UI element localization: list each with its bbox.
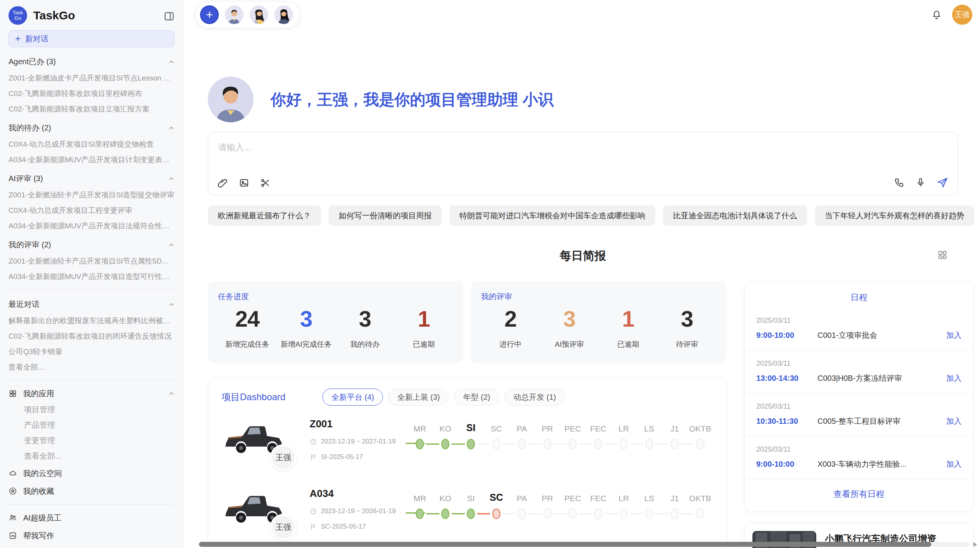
project-dates: 2023-12-19 ~ 2026-01-19 — [321, 507, 396, 515]
sidebar-item-change-mgmt[interactable]: 变更管理 — [9, 436, 175, 445]
new-chat-button[interactable]: + 新对话 — [9, 30, 175, 47]
list-item[interactable]: 公司Q3轻卡销量 — [9, 348, 175, 356]
milestone-node-todo — [671, 509, 679, 519]
section-header-my-review[interactable]: 我的评审 (2) — [9, 240, 175, 250]
list-item[interactable]: 解释最新出台的欧盟报废车法规再生塑料比例被调至15%... — [9, 317, 175, 325]
tab-powertrain[interactable]: 动总开发 (1) — [504, 389, 565, 406]
suggestion-chip[interactable]: 特朗普可能对进口汽车增税会对中国车企造成哪些影响 — [449, 206, 655, 226]
schedule-name: C003|H0B-方案冻结评审 — [817, 373, 946, 384]
avatar[interactable] — [225, 5, 243, 24]
list-item[interactable]: C0X4-动力总成开发项目SI里程碑提交物检查 — [9, 140, 175, 149]
suggestion-chip[interactable]: 比亚迪全固态电池计划具体说了什么 — [663, 206, 807, 226]
clock-icon — [310, 508, 317, 515]
milestone: OKTB — [687, 418, 713, 449]
list-item[interactable]: C02-飞腾新能源轻客改款项目里程碑画布 — [9, 89, 175, 98]
suggestion-chip[interactable]: 如何写一份清晰的项目周报 — [329, 206, 442, 226]
notification-bell-icon[interactable] — [931, 9, 942, 20]
image-icon[interactable] — [239, 178, 249, 188]
scrollbar-right-arrow-icon[interactable] — [973, 542, 977, 547]
sidebar-item-product-mgmt[interactable]: 产品管理 — [9, 421, 175, 429]
user-avatar[interactable]: 王强 — [952, 5, 972, 25]
suggestion-chip[interactable]: 欧洲新规最近颁布了什么？ — [208, 206, 321, 226]
stat-review-overdue: 1 已逾期 — [599, 306, 658, 349]
schedule-time: 10:30-11:30 — [756, 417, 817, 426]
milestone-node-todo — [645, 509, 653, 519]
project-name: Z001 — [310, 418, 407, 430]
list-item[interactable]: Z001-全新燃油皮卡产品开发项目SI节点Lesson Learn报告 — [9, 74, 175, 82]
suggestion-chip[interactable]: 当下年轻人对汽车外观有怎样的喜好趋势 — [815, 206, 974, 226]
chat-input[interactable] — [218, 142, 947, 152]
layout-grid-icon[interactable] — [937, 250, 948, 260]
sidebar-item-cloud-space[interactable]: 我的云空间 — [9, 469, 175, 478]
section-header-my-todo[interactable]: 我的待办 (2) — [9, 123, 175, 133]
milestone-node-todo — [594, 509, 602, 519]
view-all-chats[interactable]: 查看全部... — [9, 363, 175, 372]
milestone-node-todo — [492, 439, 500, 449]
project-name: A034 — [310, 488, 407, 500]
sidebar-item-ai-employee[interactable]: AI超级员工 — [9, 513, 175, 522]
view-all-apps[interactable]: 查看全部... — [9, 452, 175, 460]
milestone-node-todo — [620, 509, 628, 519]
avatar[interactable] — [250, 5, 268, 24]
sidebar-item-write-helper[interactable]: 帮我写作 — [9, 531, 175, 540]
assistant-switcher: + — [195, 1, 300, 28]
list-item[interactable]: Z001-全新燃油轻卡产品开发项目SI节点属性5D文件评审 — [9, 257, 175, 265]
scissors-icon[interactable] — [260, 178, 271, 188]
project-info: Z001 2023-12-19 ~ 2027-01-19 SI-2025-05-… — [310, 417, 407, 461]
sidebar-header: Task Go TaskGo — [9, 5, 175, 26]
join-link[interactable]: 加入 — [946, 373, 961, 384]
join-link[interactable]: 加入 — [946, 416, 961, 426]
tab-year-model[interactable]: 年型 (2) — [454, 389, 499, 406]
project-row[interactable]: 王强 A034 2023-12-19 ~ 2026-01-19 SC-2025-… — [221, 487, 713, 545]
people-icon — [9, 514, 17, 522]
schedule-date: 2025/03/11 — [756, 360, 961, 368]
project-dashboard-card: 项目Dashboard 全新平台 (4) 全新上装 (3) 年型 (2) 动总开… — [208, 377, 726, 548]
milestone-node-done — [416, 509, 424, 519]
list-item[interactable]: A034-全新新能源MUV产品开发项目法规符合性评审 — [9, 222, 175, 230]
schedule-date: 2025/03/11 — [756, 445, 961, 454]
list-item[interactable]: Z001-全新燃油轻卡产品开发项目SI造型提交物评审 — [9, 191, 175, 199]
section-my-todo: 我的待办 (2) C0X4-动力总成开发项目SI里程碑提交物检查 A034-全新… — [9, 123, 175, 164]
stat-overdue: 1 已逾期 — [394, 306, 453, 349]
schedule-item: 2025/03/11 10:30-11:30 C005-整车工程目标评审 加入 — [745, 394, 973, 437]
list-item[interactable]: A034-全新新能源MUV产品开发项目造型可行性评审 — [9, 272, 175, 281]
microphone-icon[interactable] — [915, 177, 926, 188]
list-item[interactable]: C02-飞腾新能源轻客改款项目立项汇报方案 — [9, 105, 175, 113]
cloud-icon — [9, 469, 17, 478]
card-title: 任务进度 — [218, 291, 453, 302]
avatar[interactable] — [274, 5, 293, 24]
milestone-node-todo — [594, 439, 602, 449]
milestone-node-todo — [696, 509, 704, 519]
tab-new-body[interactable]: 全新上装 (3) — [388, 389, 449, 406]
sidebar-item-project-mgmt[interactable]: 项目管理 — [9, 405, 175, 414]
sidebar-collapse-icon[interactable] — [164, 11, 175, 20]
sidebar-item-favorites[interactable]: 我的收藏 — [9, 486, 175, 496]
scrollbar-thumb[interactable] — [199, 542, 931, 547]
schedule-name: C005-整车工程目标评审 — [817, 416, 946, 426]
list-item[interactable]: C02-飞腾新能源轻客改款项目的闭环通告反馈情况 — [9, 332, 175, 341]
section-my-review: 我的评审 (2) Z001-全新燃油轻卡产品开发项目SI节点属性5D文件评审 A… — [9, 240, 175, 281]
project-row[interactable]: 王强 Z001 2023-12-19 ~ 2027-01-19 SI-2025-… — [221, 417, 713, 475]
phone-icon[interactable] — [894, 177, 905, 188]
join-link[interactable]: 加入 — [946, 459, 961, 469]
project-dates: 2023-12-19 ~ 2027-01-19 — [321, 438, 396, 445]
tab-new-platform[interactable]: 全新平台 (4) — [322, 389, 383, 406]
section-ai-review: AI评审 (3) Z001-全新燃油轻卡产品开发项目SI造型提交物评审 C0X4… — [9, 173, 175, 230]
message-composer — [208, 132, 958, 195]
send-icon[interactable] — [937, 176, 948, 188]
chevron-up-icon — [168, 242, 175, 248]
horizontal-scrollbar — [199, 542, 970, 547]
section-header-ai-review[interactable]: AI评审 (3) — [9, 173, 175, 184]
chevron-up-icon — [168, 59, 175, 65]
write-icon — [9, 531, 17, 540]
join-link[interactable]: 加入 — [946, 330, 961, 341]
sidebar-item-my-apps[interactable]: 我的应用 — [9, 389, 175, 398]
section-header-recent-chats[interactable]: 最近对话 — [9, 299, 175, 310]
paperclip-icon[interactable] — [218, 178, 228, 188]
milestone-node-todo — [569, 509, 577, 519]
list-item[interactable]: C0X4-动力总成开发项目工程变更评审 — [9, 206, 175, 215]
section-header-agent-done[interactable]: Agent已办 (3) — [9, 57, 175, 67]
view-all-schedule-link[interactable]: 查看所有日程 — [745, 480, 973, 509]
list-item[interactable]: A034-全新新能源MUV产品开发项目计划变更表编写 — [9, 156, 175, 164]
add-assistant-button[interactable]: + — [200, 5, 219, 24]
